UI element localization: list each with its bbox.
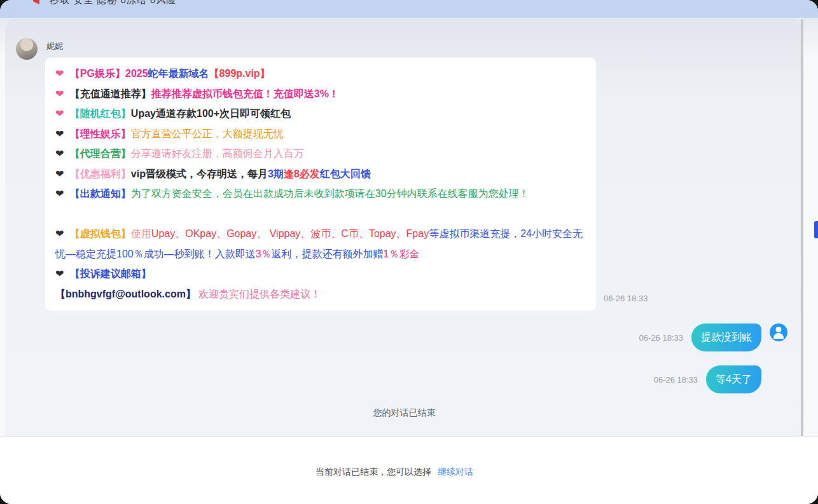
user-message-timestamp: 06-26 18:33 — [639, 333, 683, 343]
footer-bar: 当前对话已结束，您可以选择 继续对话 — [0, 436, 818, 504]
user-message-row: 06-26 18:33提款没到账 — [5, 324, 787, 351]
megaphone-icon — [33, 0, 45, 6]
conversation-ended-notice: 您的对话已结束 — [5, 407, 803, 419]
side-widget-button[interactable] — [814, 221, 818, 238]
heart-icon: ❤ — [55, 128, 67, 139]
heart-icon: ❤ — [55, 88, 67, 99]
heart-icon: ❤ — [55, 188, 67, 199]
user-avatar-icon — [770, 324, 787, 341]
vertical-scrollbar[interactable] — [801, 19, 803, 496]
agent-message-timestamp: 06-26 18:33 — [604, 294, 648, 303]
broadcast-line: ❤ 【充值通道推荐】推荐推荐虚拟币钱包充值！充值即送3%！ — [55, 84, 586, 104]
continue-conversation-link[interactable]: 继续对话 — [438, 467, 473, 477]
footer-status-text: 当前对话已结束，您可以选择 — [315, 467, 431, 477]
broadcast-line: ❤ 【投诉建议邮箱】 — [55, 264, 586, 284]
chat-window: 秒取 安全 隐秘 0冻结 0风险 妮妮 ❤ 【PG娱乐】2025蛇年最新域名【8… — [0, 0, 818, 504]
user-message-list: 06-26 18:33提款没到账06-26 18:33等4天了 — [5, 311, 803, 393]
agent-name: 妮妮 — [46, 41, 596, 52]
broadcast-line: ❤ 【代理合营】分享邀请好友注册，高额佣金月入百万 — [55, 144, 586, 164]
broadcast-line: 【bnbhgvfgf@outlook.com】 欢迎贵宾们提供各类建议！ — [55, 284, 586, 304]
broadcast-line: ❤ 【优惠福利】vip晋级模式，今存明送，每月3期逢8必发红包大回馈 — [55, 164, 586, 184]
broadcast-line: ❤ 【虚拟钱包】使用Upay、OKpay、Gopay、 Vippay、波币、C币… — [55, 224, 586, 264]
chat-message-area: 妮妮 ❤ 【PG娱乐】2025蛇年最新域名【899p.vip】❤ 【充值通道推荐… — [5, 19, 803, 436]
heart-icon: ❤ — [55, 168, 67, 179]
user-message-row: 06-26 18:33等4天了 — [5, 365, 787, 393]
broadcast-line: ❤ 【理性娱乐】官方直营公平公正，大额提现无忧 — [55, 124, 586, 144]
agent-avatar — [16, 38, 38, 60]
broadcast-line: ❤ 【随机红包】Upay通道存款100+次日即可领红包 — [55, 104, 586, 124]
broadcast-line: ❤ 【PG娱乐】2025蛇年最新域名【899p.vip】 — [55, 64, 586, 84]
agent-message-block: 妮妮 ❤ 【PG娱乐】2025蛇年最新域名【899p.vip】❤ 【充值通道推荐… — [5, 19, 803, 311]
announcement-bar: 秒取 安全 隐秘 0冻结 0风险 — [0, 0, 818, 18]
broadcast-line: ❤ 【出款通知】为了双方资金安全，会员在出款成功后未收到款项请在30分钟内联系在… — [55, 184, 586, 204]
user-message-bubble: 等4天了 — [706, 365, 761, 393]
broadcast-card: ❤ 【PG娱乐】2025蛇年最新域名【899p.vip】❤ 【充值通道推荐】推荐… — [45, 58, 596, 311]
broadcast-line — [55, 204, 586, 224]
user-message-bubble: 提款没到账 — [691, 324, 761, 351]
heart-icon: ❤ — [55, 148, 67, 159]
heart-icon: ❤ — [55, 268, 67, 279]
heart-icon: ❤ — [55, 228, 67, 239]
heart-icon: ❤ — [55, 108, 67, 119]
announcement-text: 秒取 安全 隐秘 0冻结 0风险 — [50, 0, 176, 6]
heart-icon: ❤ — [55, 68, 67, 79]
user-message-timestamp: 06-26 18:33 — [654, 375, 698, 385]
